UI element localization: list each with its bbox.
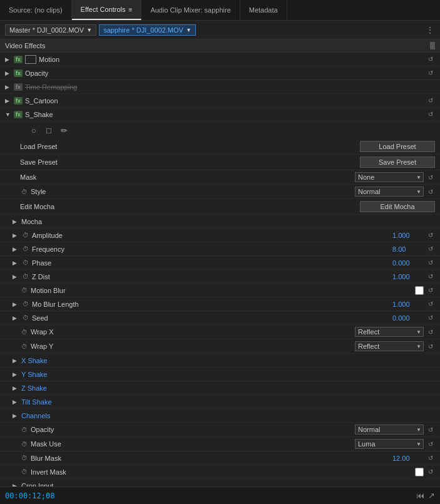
tilt-shake-expand-arrow[interactable]: ▶ <box>13 399 20 405</box>
tab-bar: Source: (no clips) Effect Controls ≡ Aud… <box>0 0 440 21</box>
z-shake-expand-arrow[interactable]: ▶ <box>13 385 20 391</box>
blur-mask-reset-btn[interactable]: ↺ <box>426 454 435 463</box>
pen-icon[interactable]: ✏ <box>58 124 70 136</box>
wrap-y-stopwatch-icon[interactable]: ⏱ <box>20 342 29 351</box>
x-shake-row: ▶ X Shake <box>0 354 440 368</box>
tab-effect-controls[interactable]: Effect Controls ≡ <box>72 0 142 20</box>
x-shake-expand-arrow[interactable]: ▶ <box>13 357 20 364</box>
invert-mask-stopwatch-icon[interactable]: ⏱ <box>20 468 29 476</box>
channels-expand-arrow[interactable]: ▶ <box>13 413 20 419</box>
edit-mocha-button[interactable]: Edit Mocha <box>360 201 435 212</box>
save-preset-button[interactable]: Save Preset <box>360 157 435 168</box>
opacity-channels-stopwatch-icon[interactable]: ⏱ <box>20 425 29 434</box>
frequency-expand-arrow[interactable]: ▶ <box>13 246 20 252</box>
rect-icon[interactable]: □ <box>43 124 55 136</box>
tilt-shake-row: ▶ Tilt Shake <box>0 395 440 409</box>
s-shake-reset-btn[interactable]: ↺ <box>426 110 435 119</box>
z-shake-label[interactable]: Z Shake <box>21 384 435 392</box>
wrap-x-reset-btn[interactable]: ↺ <box>426 327 435 336</box>
tab-source[interactable]: Source: (no clips) <box>0 0 72 20</box>
time-remapping-expand-arrow[interactable]: ▶ <box>5 84 13 90</box>
z-dist-stopwatch-icon[interactable]: ⏱ <box>21 272 30 281</box>
opacity-channels-select[interactable]: Normal <box>355 424 424 435</box>
tab-audio-clip-mixer[interactable]: Audio Clip Mixer: sapphire <box>141 0 240 20</box>
blur-mask-stopwatch-icon[interactable]: ⏱ <box>20 454 29 463</box>
opacity-channels-reset-btn[interactable]: ↺ <box>426 425 435 434</box>
channels-label[interactable]: Channels <box>21 412 435 419</box>
mask-reset-btn[interactable]: ↺ <box>426 173 435 182</box>
seed-value[interactable]: 0.000 <box>392 314 424 322</box>
phase-stopwatch-icon[interactable]: ⏱ <box>21 259 30 267</box>
style-stopwatch-icon[interactable]: ⏱ <box>20 187 29 196</box>
motion-blur-stopwatch-icon[interactable]: ⏱ <box>20 286 29 295</box>
crop-input-expand-arrow[interactable]: ▶ <box>13 483 20 487</box>
load-preset-button[interactable]: Load Preset <box>360 141 435 152</box>
phase-expand-arrow[interactable]: ▶ <box>13 260 20 266</box>
sapphire-clip-selector[interactable]: sapphire * DJI_0002.MOV ▼ <box>99 24 196 36</box>
amplitude-stopwatch-icon[interactable]: ⏱ <box>21 231 30 240</box>
mo-blur-length-expand-arrow[interactable]: ▶ <box>13 301 20 307</box>
mask-use-select[interactable]: Luma <box>355 439 424 449</box>
seed-stopwatch-icon[interactable]: ⏱ <box>21 314 30 322</box>
sapphire-clip-arrow: ▼ <box>186 27 192 33</box>
tab-effect-controls-icon: ≡ <box>129 6 133 13</box>
x-shake-label[interactable]: X Shake <box>21 357 435 364</box>
invert-mask-checkbox[interactable] <box>415 468 424 476</box>
amplitude-reset-btn[interactable]: ↺ <box>426 231 435 240</box>
wrap-y-select[interactable]: Reflect <box>355 341 424 351</box>
phase-reset-btn[interactable]: ↺ <box>426 259 435 267</box>
mo-blur-length-row: ▶ ⏱ Mo Blur Length 1.000 ↺ <box>0 297 440 311</box>
y-shake-expand-arrow[interactable]: ▶ <box>13 371 20 378</box>
ellipse-icon[interactable]: ○ <box>28 124 40 136</box>
wrap-y-reset-btn[interactable]: ↺ <box>426 342 435 351</box>
mo-blur-length-label: Mo Blur Length <box>32 301 392 308</box>
motion-expand-arrow[interactable]: ▶ <box>5 56 13 63</box>
mask-use-reset-btn[interactable]: ↺ <box>426 440 435 448</box>
master-clip-selector[interactable]: Master * DJI_0002.MOV ▼ <box>5 24 96 36</box>
motion-blur-reset-btn[interactable]: ↺ <box>426 286 435 295</box>
frequency-stopwatch-icon[interactable]: ⏱ <box>21 245 30 254</box>
phase-value[interactable]: 0.000 <box>392 259 424 267</box>
y-shake-label[interactable]: Y Shake <box>21 371 435 378</box>
seed-reset-btn[interactable]: ↺ <box>426 314 435 322</box>
motion-reset-btn[interactable]: ↺ <box>426 55 435 64</box>
frequency-reset-btn[interactable]: ↺ <box>426 245 435 254</box>
mocha-expand-arrow[interactable]: ▶ <box>13 219 20 225</box>
time-remapping-row: ▶ fx Time Remapping <box>0 80 440 94</box>
z-dist-reset-btn[interactable]: ↺ <box>426 272 435 281</box>
invert-mask-reset-btn[interactable]: ↺ <box>426 468 435 476</box>
wrap-x-stopwatch-icon[interactable]: ⏱ <box>20 327 29 336</box>
motion-row: ▶ fx Motion ↺ <box>0 53 440 66</box>
scrollbar-top[interactable] <box>430 42 435 49</box>
mo-blur-length-stopwatch-icon[interactable]: ⏱ <box>21 300 30 309</box>
style-reset-btn[interactable]: ↺ <box>426 187 435 196</box>
tab-metadata[interactable]: Metadata <box>240 0 287 20</box>
blur-mask-value[interactable]: 12.00 <box>392 455 424 462</box>
tilt-shake-label[interactable]: Tilt Shake <box>21 398 435 406</box>
mo-blur-length-reset-btn[interactable]: ↺ <box>426 300 435 309</box>
style-select[interactable]: Normal <box>355 187 424 197</box>
wrap-x-select[interactable]: Reflect <box>355 327 424 337</box>
mo-blur-length-value[interactable]: 1.000 <box>392 301 424 308</box>
opacity-expand-arrow[interactable]: ▶ <box>5 70 13 76</box>
motion-blur-checkbox[interactable] <box>415 286 424 295</box>
s-cartoon-expand-arrow[interactable]: ▶ <box>5 98 13 104</box>
seed-expand-arrow[interactable]: ▶ <box>13 315 20 321</box>
invert-mask-row: ⏱ Invert Mask ↺ <box>0 465 440 479</box>
z-dist-value[interactable]: 1.000 <box>392 273 424 280</box>
frequency-value[interactable]: 8.00 <box>392 245 424 253</box>
z-dist-label: Z Dist <box>32 273 392 280</box>
amplitude-value[interactable]: 1.000 <box>392 232 424 239</box>
go-to-in-point-icon[interactable]: ⏮ <box>416 491 424 500</box>
wrap-y-select-wrapper: Reflect <box>355 341 424 351</box>
wrap-x-row: ⏱ Wrap X Reflect ↺ <box>0 325 440 339</box>
export-icon[interactable]: ↗ <box>428 491 435 500</box>
s-shake-expand-arrow[interactable]: ▼ <box>5 111 13 118</box>
z-dist-expand-arrow[interactable]: ▶ <box>13 274 20 280</box>
mask-select[interactable]: None <box>355 172 424 182</box>
s-cartoon-reset-btn[interactable]: ↺ <box>426 96 435 105</box>
amplitude-expand-arrow[interactable]: ▶ <box>13 232 20 239</box>
mask-use-stopwatch-icon[interactable]: ⏱ <box>20 440 29 448</box>
opacity-reset-btn[interactable]: ↺ <box>426 69 435 78</box>
panel-menu-dots[interactable]: ⋮ <box>426 25 435 35</box>
